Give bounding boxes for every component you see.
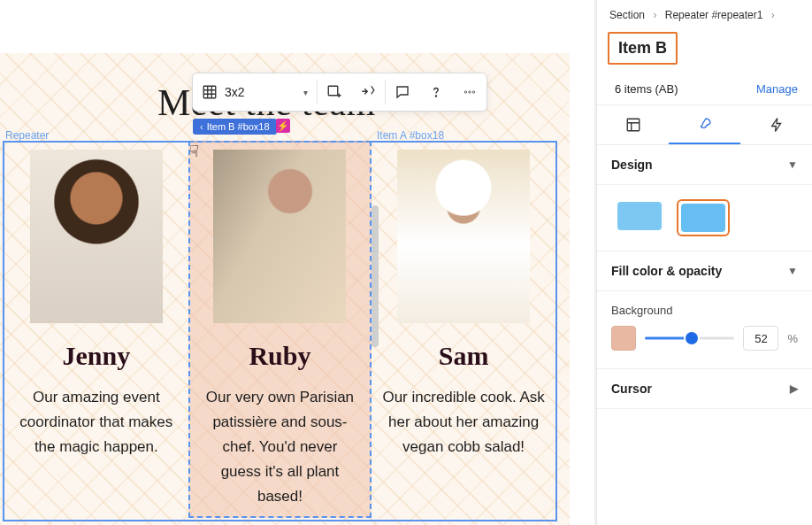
editor-canvas[interactable]: Meet the team 3x2 ▾ Repea [0, 0, 594, 525]
svg-rect-6 [627, 119, 640, 131]
svg-rect-0 [203, 86, 216, 98]
more-button[interactable] [453, 73, 486, 111]
selection-title: Item B [608, 32, 678, 65]
switch-item-button[interactable] [351, 73, 385, 111]
grid-icon [202, 84, 218, 100]
team-desc: Our very own Parisian patissière and sou… [195, 385, 365, 509]
items-count-label: 6 items (AB) [615, 82, 678, 96]
team-desc: Our amazing event coordinator that makes… [10, 385, 183, 459]
tab-design[interactable] [669, 105, 740, 144]
add-item-button[interactable] [318, 73, 351, 111]
team-name: Sam [377, 341, 550, 371]
chevron-down-icon: ▼ [787, 158, 798, 171]
repeater-item-a[interactable]: Jenny Our amazing event coordinator that… [4, 143, 188, 520]
chevron-right-icon: ▶ [790, 382, 798, 395]
breadcrumb-section[interactable]: Section [609, 9, 645, 21]
preset-swatch-1[interactable] [615, 199, 664, 236]
selection-tag-item-b[interactable]: Item B #box18 [193, 119, 277, 135]
repeater[interactable]: Jenny Our amazing event coordinator that… [3, 141, 557, 521]
comment-icon [395, 84, 410, 100]
chevron-right-icon: › [766, 9, 780, 21]
add-item-icon [326, 84, 342, 100]
tab-layout[interactable] [597, 105, 669, 144]
chevron-right-icon: › [647, 9, 662, 21]
design-presets [597, 185, 812, 251]
grid-layout-value: 3x2 [225, 85, 245, 99]
slider-thumb[interactable] [686, 332, 698, 344]
tab-interactions[interactable] [740, 105, 812, 144]
inspector-panel: Section › Repeater #repeater1 › Item B 6… [596, 0, 812, 525]
help-button[interactable] [419, 73, 453, 111]
help-icon [428, 84, 444, 100]
team-name: Jenny [10, 341, 183, 371]
section-cursor[interactable]: Cursor ▶ [597, 369, 812, 409]
dynamic-data-icon[interactable]: ⚡ [276, 119, 290, 133]
section-fill[interactable]: Fill color & opacity ▼ [597, 251, 812, 291]
inspector-tabs [597, 104, 812, 145]
layout-icon [625, 117, 641, 133]
team-photo[interactable] [213, 150, 346, 323]
breadcrumb[interactable]: Section › Repeater #repeater1 › [597, 0, 812, 25]
svg-point-2 [435, 96, 436, 97]
repeater-label[interactable]: Repeater [5, 129, 49, 142]
preset-swatch-2-selected[interactable] [677, 199, 730, 236]
switch-icon [360, 84, 376, 100]
svg-point-5 [472, 91, 474, 93]
repeater-toolbar: 3x2 ▾ [192, 73, 487, 112]
grid-layout-select[interactable]: 3x2 ▾ [193, 73, 317, 111]
opacity-slider[interactable] [645, 329, 734, 347]
manage-items-link[interactable]: Manage [756, 82, 798, 96]
team-name: Ruby [195, 341, 365, 371]
team-photo[interactable] [397, 150, 530, 323]
repeater-item-a[interactable]: Sam Our incredible cook. Ask her about h… [372, 143, 555, 520]
svg-point-3 [464, 91, 466, 93]
percent-label: % [787, 332, 798, 345]
background-label: Background [611, 304, 798, 317]
more-icon [462, 84, 478, 100]
opacity-value-input[interactable]: 52 [743, 326, 778, 351]
svg-point-4 [469, 91, 471, 93]
team-photo[interactable] [30, 150, 163, 323]
comments-button[interactable] [386, 73, 419, 111]
svg-rect-1 [328, 86, 338, 96]
repeater-item-b-selected[interactable]: Ruby Our very own Parisian patissière an… [188, 141, 372, 518]
section-design[interactable]: Design ▼ [597, 145, 812, 185]
selection-tag-item-a[interactable]: Item A #box18 [377, 129, 444, 142]
background-color-swatch[interactable] [611, 326, 636, 351]
chevron-down-icon: ▾ [303, 88, 308, 97]
chevron-down-icon: ▼ [787, 265, 798, 277]
team-desc: Our incredible cook. Ask her about her a… [377, 385, 550, 459]
brush-icon [697, 116, 713, 132]
breadcrumb-repeater[interactable]: Repeater #repeater1 [665, 9, 763, 21]
bolt-icon [769, 117, 785, 133]
